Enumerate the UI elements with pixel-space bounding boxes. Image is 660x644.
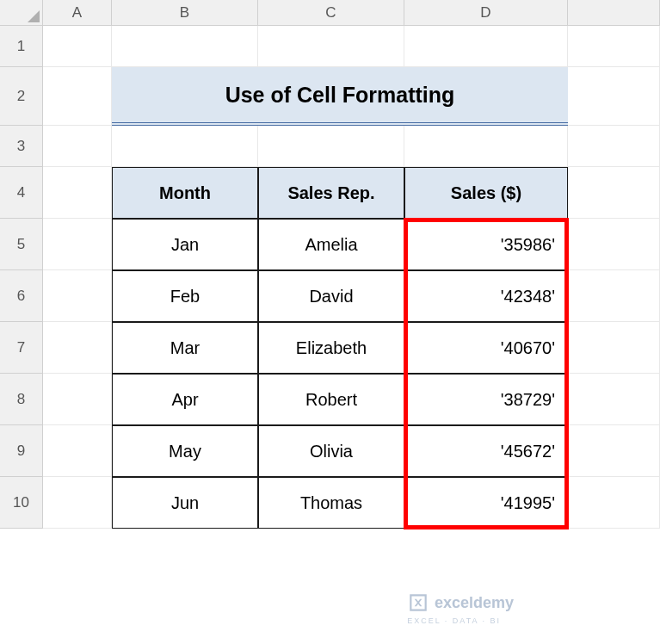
col-header-c[interactable]: C bbox=[258, 0, 404, 26]
cell-e1[interactable] bbox=[568, 26, 660, 67]
cell-sales-3[interactable]: '38729' bbox=[404, 374, 568, 425]
cell-rep-2[interactable]: Elizabeth bbox=[258, 322, 404, 374]
col-header-b[interactable]: B bbox=[112, 0, 258, 26]
col-header-a[interactable]: A bbox=[43, 0, 112, 26]
header-sales[interactable]: Sales ($) bbox=[404, 167, 568, 219]
watermark-sub: EXCEL · DATA · BI bbox=[407, 616, 501, 625]
row-header-9[interactable]: 9 bbox=[0, 425, 43, 477]
spreadsheet-grid[interactable]: A B C D 1 2 Use of Cell Formatting 3 4 M… bbox=[0, 0, 660, 529]
watermark: exceldemy bbox=[407, 591, 514, 614]
cell-e8[interactable] bbox=[568, 374, 660, 425]
cell-a8[interactable] bbox=[43, 374, 112, 425]
cell-rep-5[interactable]: Thomas bbox=[258, 477, 404, 529]
row-header-1[interactable]: 1 bbox=[0, 26, 43, 67]
cell-c3[interactable] bbox=[258, 126, 404, 167]
cell-month-1[interactable]: Feb bbox=[112, 270, 258, 322]
cell-e9[interactable] bbox=[568, 425, 660, 477]
cell-rep-0[interactable]: Amelia bbox=[258, 219, 404, 270]
col-header-blank bbox=[568, 0, 660, 26]
cell-month-2[interactable]: Mar bbox=[112, 322, 258, 374]
cell-e5[interactable] bbox=[568, 219, 660, 270]
cell-e6[interactable] bbox=[568, 270, 660, 322]
cell-e10[interactable] bbox=[568, 477, 660, 529]
cell-month-5[interactable]: Jun bbox=[112, 477, 258, 529]
row-header-2[interactable]: 2 bbox=[0, 67, 43, 126]
cell-month-0[interactable]: Jan bbox=[112, 219, 258, 270]
cell-c1[interactable] bbox=[258, 26, 404, 67]
cell-a5[interactable] bbox=[43, 219, 112, 270]
row-header-7[interactable]: 7 bbox=[0, 322, 43, 374]
cell-sales-1[interactable]: '42348' bbox=[404, 270, 568, 322]
cell-month-3[interactable]: Apr bbox=[112, 374, 258, 425]
cell-e7[interactable] bbox=[568, 322, 660, 374]
row-header-5[interactable]: 5 bbox=[0, 219, 43, 270]
cell-b3[interactable] bbox=[112, 126, 258, 167]
cell-a3[interactable] bbox=[43, 126, 112, 167]
cell-a7[interactable] bbox=[43, 322, 112, 374]
cell-d3[interactable] bbox=[404, 126, 568, 167]
row-header-10[interactable]: 10 bbox=[0, 477, 43, 529]
title-cell[interactable]: Use of Cell Formatting bbox=[112, 67, 568, 126]
row-header-3[interactable]: 3 bbox=[0, 126, 43, 167]
excel-icon bbox=[407, 591, 429, 614]
cell-sales-4[interactable]: '45672' bbox=[404, 425, 568, 477]
cell-a6[interactable] bbox=[43, 270, 112, 322]
cell-b1[interactable] bbox=[112, 26, 258, 67]
cell-rep-3[interactable]: Robert bbox=[258, 374, 404, 425]
header-month[interactable]: Month bbox=[112, 167, 258, 219]
cell-a2[interactable] bbox=[43, 67, 112, 126]
cell-sales-5[interactable]: '41995' bbox=[404, 477, 568, 529]
cell-month-4[interactable]: May bbox=[112, 425, 258, 477]
cell-a9[interactable] bbox=[43, 425, 112, 477]
cell-a10[interactable] bbox=[43, 477, 112, 529]
row-header-6[interactable]: 6 bbox=[0, 270, 43, 322]
cell-a4[interactable] bbox=[43, 167, 112, 219]
cell-sales-0[interactable]: '35986' bbox=[404, 219, 568, 270]
watermark-text: exceldemy bbox=[435, 594, 514, 612]
cell-sales-2[interactable]: '40670' bbox=[404, 322, 568, 374]
cell-e4[interactable] bbox=[568, 167, 660, 219]
cell-rep-4[interactable]: Olivia bbox=[258, 425, 404, 477]
cell-rep-1[interactable]: David bbox=[258, 270, 404, 322]
row-header-4[interactable]: 4 bbox=[0, 167, 43, 219]
select-all-corner[interactable] bbox=[0, 0, 43, 26]
cell-e3[interactable] bbox=[568, 126, 660, 167]
cell-d1[interactable] bbox=[404, 26, 568, 67]
row-header-8[interactable]: 8 bbox=[0, 374, 43, 425]
cell-a1[interactable] bbox=[43, 26, 112, 67]
col-header-d[interactable]: D bbox=[404, 0, 568, 26]
header-rep[interactable]: Sales Rep. bbox=[258, 167, 404, 219]
cell-e2[interactable] bbox=[568, 67, 660, 126]
